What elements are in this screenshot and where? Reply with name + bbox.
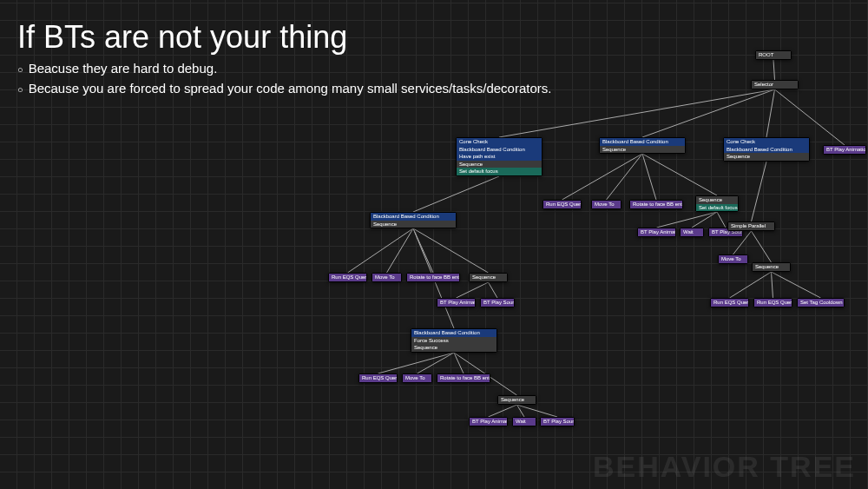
bt-node: Move To <box>372 273 402 282</box>
bt-node: SequenceSet default focus <box>695 195 739 212</box>
bt-node: Wait <box>680 228 704 237</box>
bt-node: Move To <box>591 200 621 209</box>
bt-node: Run EQS Query <box>710 298 749 307</box>
bt-node: Cone CheckBlackboard Based ConditionHave… <box>456 137 542 176</box>
svg-line-12 <box>413 228 454 328</box>
bt-node: BT Play Animation <box>469 417 508 426</box>
svg-line-21 <box>607 154 643 200</box>
svg-line-18 <box>517 405 525 417</box>
svg-line-10 <box>457 282 489 298</box>
bt-node: Run EQS Query <box>328 273 367 282</box>
svg-line-13 <box>378 353 455 373</box>
bt-node: ROOT <box>755 50 792 60</box>
svg-line-5 <box>413 176 499 212</box>
bt-node: Blackboard Based ConditionSequence <box>599 137 686 154</box>
bullet-item: Because you are forced to spread your co… <box>17 79 551 99</box>
bt-node: Run EQS Query <box>542 200 582 209</box>
svg-line-19 <box>517 405 558 417</box>
svg-line-27 <box>752 162 767 221</box>
bt-node: Blackboard Based ConditionForce SuccessS… <box>411 328 497 353</box>
bt-node: BT Play Animation <box>437 298 476 307</box>
svg-line-23 <box>642 154 717 195</box>
bt-node: Run EQS Query <box>753 298 792 307</box>
bt-node: BT Play Sound <box>540 417 575 426</box>
bt-node: Move To <box>402 373 432 383</box>
svg-line-31 <box>772 272 773 298</box>
bt-node: Cone CheckBlackboard Based ConditionSequ… <box>723 137 810 162</box>
bt-node: Selector <box>751 80 799 89</box>
bt-node: Move To <box>718 254 748 264</box>
bt-node: Set Tag Cooldown <box>797 298 845 307</box>
bt-node: Run EQS Query <box>358 373 398 383</box>
bt-node: BT Play Animation <box>823 145 866 155</box>
svg-line-8 <box>413 228 433 273</box>
bt-node: Rotate to face BB entry <box>406 273 460 282</box>
svg-line-29 <box>752 231 772 262</box>
bullet-list: Beacuse they are hard to debug.Because y… <box>17 59 551 98</box>
svg-line-3 <box>766 89 775 137</box>
svg-line-16 <box>454 353 517 395</box>
svg-line-2 <box>642 89 775 137</box>
svg-line-25 <box>692 212 717 228</box>
bt-node: Sequence <box>752 262 791 272</box>
svg-line-20 <box>562 154 643 200</box>
svg-line-22 <box>642 154 656 200</box>
svg-line-32 <box>772 272 821 298</box>
svg-line-15 <box>454 353 464 373</box>
svg-line-24 <box>657 212 718 228</box>
bt-node: BT Play Sound <box>708 228 743 237</box>
bt-node: Rotate to face BB entry <box>629 200 683 209</box>
bt-node: BT Play Sound <box>480 298 515 307</box>
svg-line-11 <box>489 282 498 298</box>
bt-node: Blackboard Based ConditionSequence <box>370 212 457 228</box>
bullet-item: Beacuse they are hard to debug. <box>17 59 551 79</box>
svg-line-9 <box>413 228 489 273</box>
svg-line-17 <box>489 405 517 417</box>
svg-line-6 <box>348 228 414 273</box>
svg-line-7 <box>387 228 414 273</box>
bt-node: Sequence <box>469 273 508 282</box>
svg-line-28 <box>733 231 752 254</box>
bt-node: Rotate to face BB entry <box>437 373 490 383</box>
bt-node: Simple Parallel <box>727 221 775 231</box>
svg-line-26 <box>717 212 726 228</box>
svg-line-4 <box>775 89 845 145</box>
bt-node: BT Play Animation <box>637 228 676 237</box>
svg-line-30 <box>730 272 772 298</box>
bt-node: Sequence <box>497 395 536 405</box>
svg-line-0 <box>773 60 775 80</box>
svg-line-14 <box>418 353 455 373</box>
bt-node: Wait <box>512 417 536 426</box>
watermark: BEHAVIOR TREE <box>593 450 856 484</box>
page-title: If BTs are not your thing <box>17 19 347 56</box>
